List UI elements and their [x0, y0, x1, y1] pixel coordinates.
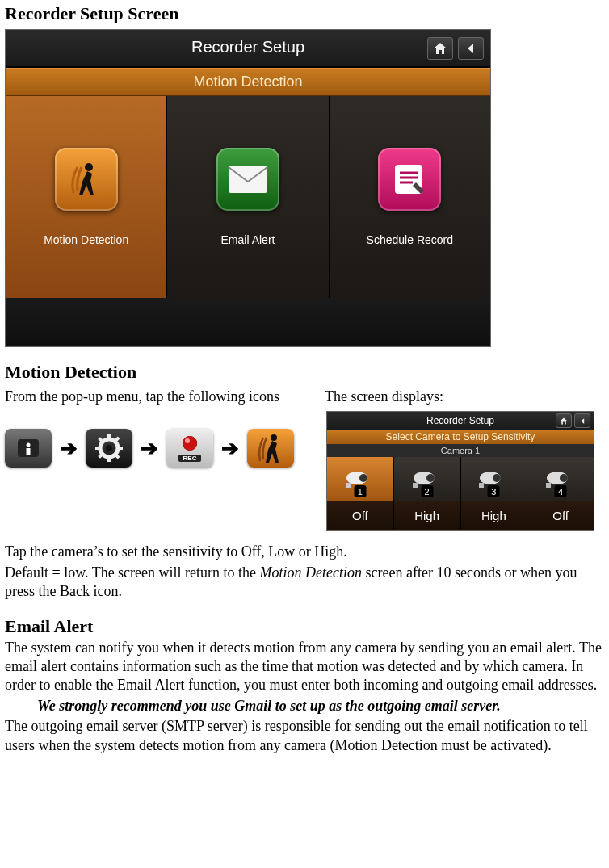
screenshot-header: Recorder Setup — [6, 30, 490, 68]
info-icon[interactable] — [5, 429, 52, 468]
svg-point-4 — [27, 443, 31, 447]
sensitivity-value: Off — [527, 501, 594, 530]
recorder-setup-screenshot: Recorder Setup Motion Detection Motion D… — [5, 29, 491, 347]
motion-left-text: From the pop-up menu, tap the following … — [5, 388, 284, 406]
back-icon[interactable] — [574, 413, 590, 428]
camera-number: 4 — [555, 485, 567, 497]
svg-point-32 — [560, 474, 568, 482]
back-icon[interactable] — [458, 37, 484, 60]
svg-point-7 — [106, 445, 112, 451]
tile-label: Motion Detection — [44, 233, 128, 246]
camera-number: 2 — [421, 485, 433, 497]
camera-cell-2[interactable]: 2 High — [394, 457, 461, 530]
svg-rect-1 — [229, 166, 267, 193]
svg-rect-8 — [107, 434, 111, 439]
gear-icon[interactable] — [86, 429, 132, 468]
arrow-icon: ➔ — [221, 436, 239, 461]
section-heading-email: Email Alert — [5, 616, 604, 637]
page-title: Recorder Setup Screen — [5, 3, 604, 24]
sens-title: Recorder Setup — [426, 415, 494, 426]
email-paragraph-2: The outgoing email server (SMTP server) … — [5, 717, 604, 755]
screenshot-footer — [6, 298, 490, 346]
camera-number: 3 — [488, 485, 500, 497]
svg-point-17 — [183, 436, 197, 451]
svg-point-0 — [85, 163, 93, 171]
svg-text:REC: REC — [183, 455, 197, 462]
svg-rect-10 — [95, 447, 100, 450]
tile-label: Schedule Record — [367, 233, 453, 246]
arrow-icon: ➔ — [60, 436, 78, 461]
camera-icon: 2 — [394, 457, 460, 501]
camera-icon: 4 — [527, 457, 594, 501]
svg-rect-9 — [107, 457, 111, 462]
svg-rect-33 — [546, 483, 551, 488]
screenshot-subtitle: Motion Detection — [6, 68, 490, 96]
camera-icon: 1 — [327, 457, 393, 501]
camera-cell-4[interactable]: 4 Off — [527, 457, 594, 530]
tile-schedule-record[interactable]: Schedule Record — [330, 96, 490, 298]
svg-rect-27 — [413, 483, 418, 488]
svg-rect-30 — [479, 483, 484, 488]
svg-point-18 — [185, 438, 190, 443]
section-heading-motion: Motion Detection — [5, 362, 604, 383]
motion-paragraph-1: Tap the camera’s to set the sensitivity … — [5, 543, 604, 561]
sens-subtitle: Select Camera to Setup Sensitivity — [327, 430, 594, 444]
sensitivity-value: Off — [327, 501, 393, 530]
sensitivity-screenshot: Recorder Setup Select Camera to Setup Se… — [326, 411, 594, 531]
sensitivity-value: High — [394, 501, 460, 530]
arrow-icon: ➔ — [141, 436, 158, 461]
screenshot-title: Recorder Setup — [191, 38, 304, 56]
rec-icon[interactable]: REC — [166, 429, 213, 468]
email-icon — [216, 148, 279, 211]
motion-paragraph-2: Default = low. The screen will return to… — [5, 564, 604, 602]
camera-cell-3[interactable]: 3 High — [461, 457, 528, 530]
svg-rect-11 — [118, 447, 123, 450]
email-paragraph-1: The system can notify you when it detect… — [5, 639, 604, 695]
motion-walk-icon[interactable] — [247, 429, 294, 468]
svg-point-26 — [426, 474, 435, 482]
tile-motion-detection[interactable]: Motion Detection — [6, 96, 167, 298]
motion-right-text: The screen displays: — [325, 388, 604, 406]
home-icon[interactable] — [556, 413, 572, 428]
svg-rect-24 — [346, 483, 351, 488]
icon-navigation-chain: ➔ ➔ REC ➔ — [5, 429, 294, 468]
camera-number: 1 — [354, 485, 366, 497]
svg-point-29 — [493, 474, 501, 482]
tile-email-alert[interactable]: Email Alert — [167, 96, 329, 298]
sensitivity-value: High — [461, 501, 527, 530]
svg-point-21 — [271, 434, 277, 441]
svg-point-23 — [359, 474, 368, 482]
tile-label: Email Alert — [221, 233, 275, 246]
motion-walk-icon — [55, 148, 118, 211]
camera-cell-1[interactable]: 1 Off — [327, 457, 394, 530]
home-icon[interactable] — [427, 37, 453, 60]
camera-icon: 3 — [461, 457, 527, 501]
svg-rect-5 — [27, 448, 31, 455]
sens-camera-label: Camera 1 — [327, 444, 594, 457]
schedule-icon — [378, 148, 441, 211]
email-recommendation: We strongly recommend you use Gmail to s… — [5, 697, 604, 715]
